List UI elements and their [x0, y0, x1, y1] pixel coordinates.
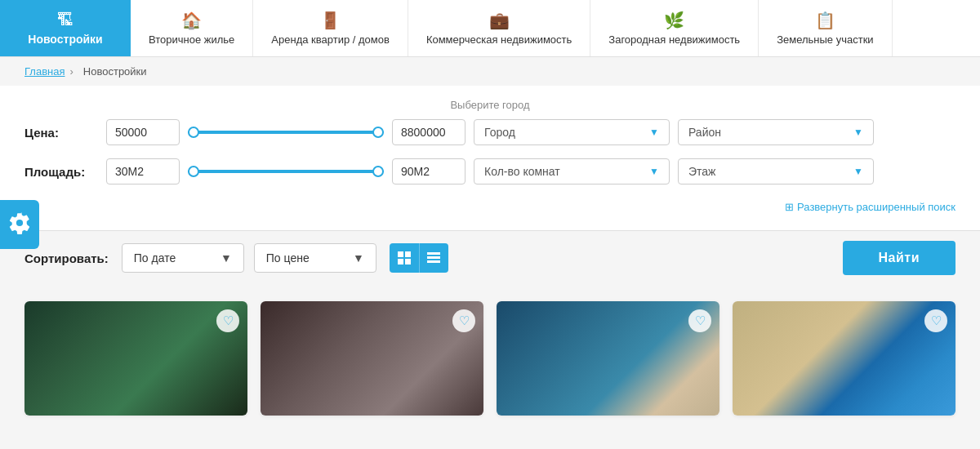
- gear-icon: [8, 211, 31, 234]
- nav-item-new-buildings[interactable]: 🏗 Новостройки: [0, 0, 131, 56]
- area-min-input[interactable]: [106, 158, 180, 184]
- area-max-input[interactable]: [392, 158, 466, 184]
- city-select-label: Выберите город: [24, 99, 956, 111]
- sort-label: Сортировать:: [24, 251, 109, 265]
- listing-image-2: [261, 301, 483, 416]
- rooms-dropdown-label: Кол-во комнат: [484, 165, 560, 178]
- sort-date-select[interactable]: По дате ▼: [122, 243, 244, 273]
- favorite-button-2[interactable]: ♡: [452, 309, 475, 332]
- main-nav: 🏗 Новостройки 🏠 Вторичное жилье 🚪 Аренда…: [0, 0, 980, 57]
- rooms-dropdown-arrow: ▼: [649, 166, 659, 177]
- expand-search-row: ⊞ Развернуть расширенный поиск: [24, 196, 956, 222]
- sort-date-label: По дате: [134, 251, 176, 265]
- nav-item-rental[interactable]: 🚪 Аренда квартир / домов: [253, 0, 408, 56]
- price-range-slider[interactable]: [188, 118, 384, 147]
- sort-row: Сортировать: По дате ▼ По цене ▼ Найти: [0, 231, 980, 285]
- svg-rect-0: [398, 251, 403, 257]
- land-icon: 📋: [815, 11, 835, 30]
- svg-rect-3: [405, 259, 411, 265]
- svg-rect-2: [398, 259, 403, 265]
- grid-icon: [398, 251, 411, 265]
- nav-item-secondary[interactable]: 🏠 Вторичное жилье: [131, 0, 253, 56]
- price-slider-thumb-right[interactable]: [372, 127, 384, 138]
- area-range-slider[interactable]: [188, 157, 384, 186]
- search-button[interactable]: Найти: [843, 241, 956, 275]
- nav-item-country[interactable]: 🌿 Загородная недвижимость: [590, 0, 759, 56]
- filter-area: Выберите город Цена: Город ▼ Район ▼ Пло…: [0, 86, 980, 231]
- listing-card-3[interactable]: ♡: [497, 301, 719, 416]
- sort-price-select[interactable]: По цене ▼: [254, 243, 376, 273]
- grid-view-button[interactable]: [390, 243, 419, 273]
- district-dropdown-arrow: ▼: [853, 127, 863, 138]
- expand-icon: ⊞: [785, 201, 797, 213]
- favorite-button-1[interactable]: ♡: [216, 309, 239, 332]
- listing-image-3: [497, 301, 719, 416]
- city-dropdown-label: Город: [484, 126, 515, 139]
- area-slider-thumb-left[interactable]: [188, 166, 199, 177]
- svg-rect-1: [405, 251, 411, 257]
- district-dropdown[interactable]: Район ▼: [678, 119, 874, 145]
- price-min-input[interactable]: [106, 119, 180, 145]
- breadcrumb: Главная › Новостройки: [0, 57, 980, 86]
- sort-price-arrow: ▼: [353, 251, 364, 265]
- view-toggle: [390, 243, 448, 273]
- area-slider-thumb-right[interactable]: [372, 166, 384, 177]
- favorite-button-4[interactable]: ♡: [924, 309, 947, 332]
- listings-grid: ♡ ♡ ♡ ♡: [0, 285, 980, 432]
- svg-rect-5: [427, 256, 440, 259]
- listing-card-4[interactable]: ♡: [733, 301, 956, 416]
- nav-item-land[interactable]: 📋 Земельные участки: [759, 0, 892, 56]
- price-label: Цена:: [24, 126, 98, 140]
- listing-image-4: [733, 301, 956, 416]
- district-dropdown-label: Район: [688, 126, 721, 139]
- leaf-icon: 🌿: [664, 11, 684, 30]
- listing-image-1: [24, 301, 247, 416]
- breadcrumb-home[interactable]: Главная: [24, 65, 65, 78]
- price-max-input[interactable]: [392, 119, 466, 145]
- svg-rect-6: [427, 260, 440, 263]
- briefcase-icon: 💼: [489, 11, 510, 30]
- expand-search-link[interactable]: ⊞ Развернуть расширенный поиск: [785, 201, 956, 213]
- floor-dropdown-label: Этаж: [688, 165, 715, 178]
- area-filter-row: Площадь: Кол-во комнат ▼ Этаж ▼: [24, 157, 956, 186]
- floor-dropdown[interactable]: Этаж ▼: [678, 158, 874, 184]
- city-dropdown[interactable]: Город ▼: [474, 119, 670, 145]
- price-filter-row: Цена: Город ▼ Район ▼: [24, 118, 956, 147]
- rooms-dropdown[interactable]: Кол-во комнат ▼: [474, 158, 670, 184]
- floor-dropdown-arrow: ▼: [853, 166, 863, 177]
- settings-widget[interactable]: [0, 200, 39, 249]
- list-icon: [427, 251, 440, 265]
- price-slider-thumb-left[interactable]: [188, 127, 199, 138]
- list-view-button[interactable]: [419, 243, 448, 273]
- listing-card-2[interactable]: ♡: [261, 301, 483, 416]
- area-label: Площадь:: [24, 165, 98, 179]
- nav-item-commercial[interactable]: 💼 Коммерческая недвижимость: [408, 0, 590, 56]
- sort-price-label: По цене: [266, 251, 310, 265]
- svg-rect-4: [427, 252, 440, 255]
- door-icon: 🚪: [320, 11, 341, 30]
- new-buildings-icon: 🏗: [57, 11, 74, 29]
- listing-card-1[interactable]: ♡: [24, 301, 247, 416]
- home-icon: 🏠: [181, 11, 202, 30]
- breadcrumb-current: Новостройки: [83, 65, 147, 78]
- favorite-button-3[interactable]: ♡: [688, 309, 711, 332]
- breadcrumb-separator: ›: [69, 65, 73, 78]
- sort-date-arrow: ▼: [220, 251, 232, 265]
- city-dropdown-arrow: ▼: [649, 127, 659, 138]
